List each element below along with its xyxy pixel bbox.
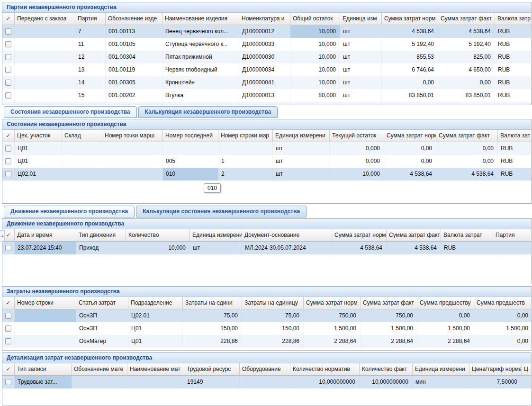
- table-row[interactable]: 14001.00305КронштейнД10000004110,000шт0,…: [2, 76, 531, 89]
- column-header[interactable]: Затраты на едини: [183, 297, 242, 309]
- column-header[interactable]: Единица изм: [340, 13, 382, 25]
- column-header[interactable]: Ц: [522, 363, 532, 376]
- table-row[interactable]: 23.07.2024 15:40Приход10,000штМЛ,2024-30…: [2, 242, 531, 254]
- table-row[interactable]: Ц010051шт0,0000,000,00RUB: [2, 155, 531, 168]
- table-row[interactable]: Ц01шт0,0000,000,00RUB: [2, 142, 531, 155]
- row-checkbox[interactable]: [5, 325, 11, 332]
- column-header[interactable]: Номер строки: [15, 297, 76, 309]
- panel-wip-batches: Партии незавершенного производства✓Перед…: [2, 2, 532, 105]
- table-row[interactable]: 13001.00119Червяк глобоидныйД10000003410…: [2, 63, 531, 76]
- column-header[interactable]: Единица измерени: [413, 363, 469, 376]
- column-header[interactable]: Сумма затрат норм: [382, 13, 438, 25]
- row-checkbox[interactable]: [5, 92, 11, 99]
- cell: [240, 376, 290, 388]
- tab-1[interactable]: Калькуляция состояния незавершенного про…: [136, 206, 307, 217]
- grid-body: 7001.00113Венец червячного кол...Д100000…: [2, 25, 531, 105]
- column-header[interactable]: Оборудование: [240, 363, 290, 376]
- column-header[interactable]: Номер точки марш: [102, 130, 163, 142]
- tab-0-active[interactable]: Состояния незавершенного производства: [4, 106, 137, 118]
- column-header[interactable]: Единица измерени: [273, 130, 330, 142]
- row-checkbox[interactable]: [5, 80, 11, 86]
- row-checkbox[interactable]: [5, 171, 11, 177]
- select-all-header[interactable]: ✓: [2, 13, 15, 25]
- column-header[interactable]: Наименование изделия: [162, 13, 239, 25]
- column-header[interactable]: Номер последней: [163, 130, 218, 142]
- row-checkbox[interactable]: [5, 41, 11, 47]
- column-header[interactable]: Количество: [126, 229, 190, 242]
- table-row[interactable]: ОснМатерЦ01228,86228,862 288,642 288,642…: [2, 335, 531, 348]
- table-row[interactable]: ОснЗПЦ01150,00150,001 500,001 500,001 50…: [2, 322, 531, 335]
- row-checkbox[interactable]: [5, 67, 11, 73]
- column-header[interactable]: Сумма затрат норм: [384, 130, 436, 142]
- column-header[interactable]: Сумма затрат факт: [361, 297, 417, 309]
- cell: 10,000: [290, 25, 340, 38]
- row-checkbox[interactable]: [5, 54, 11, 60]
- cell: 825,00: [438, 51, 495, 63]
- column-header[interactable]: Номер строки мар: [218, 130, 273, 142]
- row-checkbox[interactable]: [5, 379, 11, 385]
- column-header[interactable]: Сумма затрат норм: [304, 297, 361, 309]
- table-row[interactable]: 15001.00202ВтулкаД10000001380,000шт83 85…: [2, 89, 531, 102]
- select-all-header[interactable]: ✓: [2, 130, 15, 142]
- row-checkbox[interactable]: [5, 28, 11, 35]
- select-all-header[interactable]: ✓: [2, 363, 15, 376]
- column-header[interactable]: Склад: [62, 130, 102, 142]
- row-checkbox[interactable]: [5, 313, 11, 319]
- table-row[interactable]: ОснЗПЦ02.0175,0075,00750,00750,000,000,0…: [2, 309, 531, 322]
- checkbox-cell: [2, 335, 15, 348]
- column-header[interactable]: Цех, участок: [15, 130, 62, 142]
- cell: 3 048,00: [438, 102, 495, 105]
- column-header[interactable]: Количество норматив: [290, 363, 360, 376]
- column-header[interactable]: Затраты на единицу: [242, 297, 304, 309]
- column-header[interactable]: Тип движения: [76, 229, 126, 242]
- column-header[interactable]: Документ-основание: [242, 229, 332, 242]
- column-header[interactable]: Обозначение мате: [72, 363, 127, 376]
- cell: 83 850,01: [438, 89, 495, 102]
- column-header[interactable]: Сумма затрат факт: [438, 13, 495, 25]
- table-row[interactable]: 7001.00113Венец червячного кол...Д100000…: [2, 25, 531, 38]
- tab-0-active[interactable]: Движение незавершенного производства: [4, 206, 135, 217]
- table-row[interactable]: 11001.00105Ступица червячного к...Д10000…: [2, 38, 531, 51]
- column-header[interactable]: Цена/тариф норма: [469, 363, 522, 376]
- row-checkbox[interactable]: [5, 158, 11, 164]
- column-header[interactable]: Сумма затрат норм: [332, 229, 387, 242]
- column-header[interactable]: Номенклатура и: [239, 13, 290, 25]
- column-header[interactable]: Текущий остаток: [330, 130, 384, 142]
- column-header[interactable]: Подразделение: [128, 297, 183, 309]
- cell: Приход: [76, 242, 126, 254]
- column-header[interactable]: Передано с заказа: [15, 13, 75, 25]
- table-row[interactable]: Ц02.010102шт10,0004 538,644 538,64RUB: [2, 168, 531, 180]
- column-header[interactable]: Валюта зат: [498, 130, 532, 142]
- tab-1[interactable]: Калькуляция незавершенного производства: [138, 106, 278, 118]
- column-header[interactable]: Трудовой ресурс: [184, 363, 240, 376]
- cell: 83 850,01: [382, 89, 438, 102]
- column-header[interactable]: Партия: [75, 13, 106, 25]
- table-row[interactable]: 12001.00304Пятак прижимнойД10000003010,0…: [2, 51, 531, 63]
- splitter-collapse-button[interactable]: ◄: [0, 230, 5, 242]
- column-header[interactable]: Сумма затрат факт: [436, 130, 498, 142]
- column-header[interactable]: Сумма предшеств: [474, 297, 532, 309]
- column-header[interactable]: Сумма затрат факт: [387, 229, 441, 242]
- cell: шт: [340, 102, 382, 105]
- row-checkbox[interactable]: [5, 245, 11, 251]
- column-header[interactable]: Дата и время: [15, 229, 76, 242]
- row-checkbox[interactable]: [5, 338, 11, 344]
- column-header[interactable]: Партия: [493, 229, 532, 242]
- column-header[interactable]: Валюта затрат: [441, 229, 493, 242]
- table-row[interactable]: Трудовые зат...1914910,00000000010,00000…: [2, 376, 531, 388]
- row-checkbox[interactable]: [5, 145, 11, 152]
- cell: 001.00105: [106, 38, 162, 51]
- column-header[interactable]: Статья затрат: [76, 297, 128, 309]
- column-header[interactable]: Общий остаток: [290, 13, 340, 25]
- column-header[interactable]: Сумма предшеству: [417, 297, 474, 309]
- cell: [102, 155, 163, 168]
- column-header[interactable]: Валюта затр: [495, 13, 532, 25]
- column-header[interactable]: Наименование мат: [127, 363, 184, 376]
- column-header[interactable]: Обозначение изде: [106, 13, 162, 25]
- column-header[interactable]: Тип записи: [15, 363, 72, 376]
- table-row[interactable]: 21001.00401Крепление фланцевоеД100000018…: [2, 102, 531, 105]
- cell: 10,000: [330, 168, 384, 180]
- column-header[interactable]: Единица измерени: [190, 229, 242, 242]
- column-header[interactable]: Количество факт: [360, 363, 413, 376]
- select-all-header[interactable]: ✓: [2, 297, 15, 309]
